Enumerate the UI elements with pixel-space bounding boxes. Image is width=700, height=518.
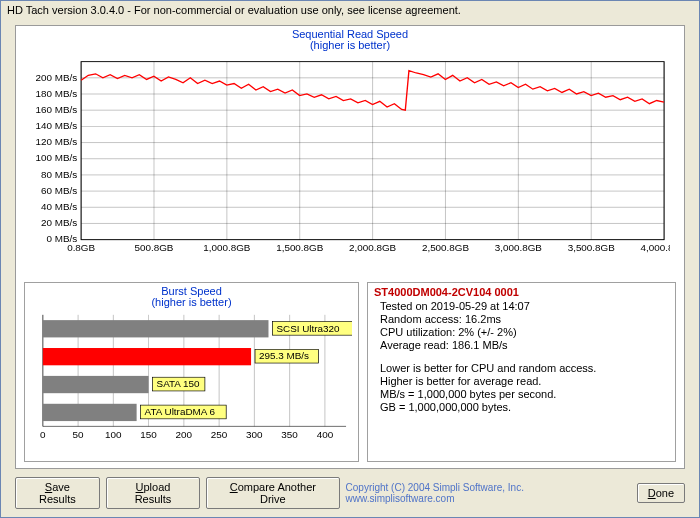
svg-rect-64 xyxy=(43,348,251,365)
svg-text:180 MB/s: 180 MB/s xyxy=(36,88,78,99)
random-access: Random access: 16.2ms xyxy=(380,313,671,325)
svg-text:4,000.8GB: 4,000.8GB xyxy=(641,243,670,254)
svg-text:ATA UltraDMA 6: ATA UltraDMA 6 xyxy=(145,407,216,418)
avg-read: Average read: 186.1 MB/s xyxy=(380,339,671,351)
note3: MB/s = 1,000,000 bytes per second. xyxy=(380,388,671,400)
svg-text:350: 350 xyxy=(281,430,298,441)
read-chart-plot: 0 MB/s20 MB/s40 MB/s60 MB/s80 MB/s100 MB… xyxy=(24,58,670,256)
svg-text:500.8GB: 500.8GB xyxy=(135,243,174,254)
window-title: HD Tach version 3.0.4.0 - For non-commer… xyxy=(1,1,699,16)
svg-text:140 MB/s: 140 MB/s xyxy=(36,120,78,131)
svg-text:SATA 150: SATA 150 xyxy=(157,379,200,390)
copyright-text: Copyright (C) 2004 Simpli Software, Inc.… xyxy=(346,482,627,504)
svg-text:60 MB/s: 60 MB/s xyxy=(41,185,77,196)
content-area: Sequential Read Speed (higher is better)… xyxy=(15,25,685,469)
svg-text:295.3 MB/s: 295.3 MB/s xyxy=(259,351,309,362)
svg-text:200: 200 xyxy=(176,430,193,441)
hdtach-window: HD Tach version 3.0.4.0 - For non-commer… xyxy=(0,0,700,518)
note4: GB = 1,000,000,000 bytes. xyxy=(380,401,671,413)
svg-text:0: 0 xyxy=(40,430,46,441)
svg-text:250: 250 xyxy=(211,430,228,441)
svg-rect-61 xyxy=(43,320,269,337)
read-chart-subtitle: (higher is better) xyxy=(24,39,676,51)
svg-text:40 MB/s: 40 MB/s xyxy=(41,201,77,212)
svg-text:160 MB/s: 160 MB/s xyxy=(36,104,78,115)
done-button[interactable]: Done xyxy=(637,483,685,503)
svg-text:0.8GB: 0.8GB xyxy=(67,243,95,254)
svg-text:150: 150 xyxy=(140,430,157,441)
svg-text:80 MB/s: 80 MB/s xyxy=(41,169,77,180)
burst-speed-panel: Burst Speed (higher is better) 050100150… xyxy=(24,282,359,462)
svg-text:2,000.8GB: 2,000.8GB xyxy=(349,243,396,254)
burst-subtitle: (higher is better) xyxy=(29,296,354,308)
read-speed-chart: Sequential Read Speed (higher is better)… xyxy=(24,28,676,278)
svg-text:1,500.8GB: 1,500.8GB xyxy=(276,243,323,254)
note2: Higher is better for average read. xyxy=(380,375,671,387)
compare-drive-button[interactable]: Compare Another Drive xyxy=(206,477,339,509)
svg-text:120 MB/s: 120 MB/s xyxy=(36,137,78,148)
svg-text:100: 100 xyxy=(105,430,122,441)
button-bar: Save Results Upload Results Compare Anot… xyxy=(15,479,685,507)
svg-text:300: 300 xyxy=(246,430,263,441)
upload-results-button[interactable]: Upload Results xyxy=(106,477,200,509)
drive-id: ST4000DM004-2CV104 0001 xyxy=(374,286,671,298)
svg-text:100 MB/s: 100 MB/s xyxy=(36,153,78,164)
svg-text:1,000.8GB: 1,000.8GB xyxy=(203,243,250,254)
svg-text:400: 400 xyxy=(317,430,334,441)
cpu-util: CPU utilization: 2% (+/- 2%) xyxy=(380,326,671,338)
svg-rect-67 xyxy=(43,376,149,393)
svg-text:20 MB/s: 20 MB/s xyxy=(41,218,77,229)
svg-text:3,000.8GB: 3,000.8GB xyxy=(495,243,542,254)
svg-text:SCSI Ultra320: SCSI Ultra320 xyxy=(276,323,339,334)
save-results-button[interactable]: Save Results xyxy=(15,477,100,509)
svg-text:50: 50 xyxy=(73,430,84,441)
svg-text:3,500.8GB: 3,500.8GB xyxy=(568,243,615,254)
svg-text:200 MB/s: 200 MB/s xyxy=(36,72,78,83)
note1: Lower is better for CPU and random acces… xyxy=(380,362,671,374)
burst-plot: 050100150200250300350400SCSI Ultra320295… xyxy=(25,313,352,441)
tested-on: Tested on 2019-05-29 at 14:07 xyxy=(380,300,671,312)
svg-rect-70 xyxy=(43,404,137,421)
bottom-row: Burst Speed (higher is better) 050100150… xyxy=(24,282,676,462)
svg-text:2,500.8GB: 2,500.8GB xyxy=(422,243,469,254)
drive-info-panel: ST4000DM004-2CV104 0001 Tested on 2019-0… xyxy=(367,282,676,462)
